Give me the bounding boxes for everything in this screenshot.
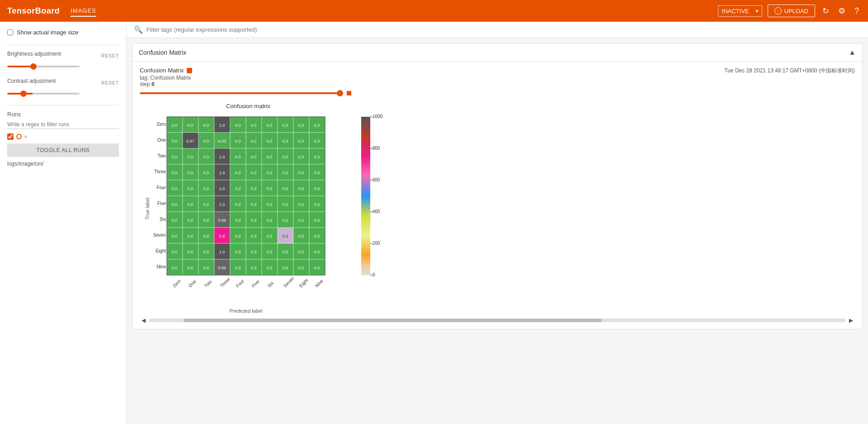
runs-filter-input[interactable] [7, 120, 119, 129]
confusion-matrix-card: Confusion Matrix ▲ Confusion Matrix tag:… [132, 43, 863, 329]
svg-text:0.0: 0.0 [267, 218, 273, 223]
svg-text:0.0: 0.0 [172, 171, 178, 175]
svg-text:0.0: 0.0 [298, 266, 304, 270]
card-header: Confusion Matrix ▲ [132, 44, 862, 62]
filter-tags-input[interactable] [146, 26, 861, 33]
upload-label: UPLOAD [784, 8, 808, 14]
svg-text:0.99: 0.99 [218, 266, 226, 270]
sidebar: Show actual image size Brightness adjust… [0, 22, 127, 424]
svg-text:1.0: 1.0 [219, 171, 225, 175]
svg-text:0.03: 0.03 [218, 139, 226, 143]
run-path-label: logs/image/cm/ [7, 161, 119, 167]
svg-text:Eight: Eight [298, 277, 309, 288]
scrollbar-thumb[interactable] [184, 319, 602, 322]
svg-text:Six: Six [160, 217, 166, 222]
svg-text:Two: Two [158, 153, 166, 158]
svg-text:0.0: 0.0 [298, 202, 304, 207]
nav-right: INACTIVE ACTIVE ▼ ↑ UPLOAD ↻ ⚙ ? [718, 4, 861, 18]
contrast-slider[interactable] [7, 93, 80, 95]
svg-text:0.0: 0.0 [267, 202, 273, 207]
svg-text:600: 600 [373, 177, 380, 182]
svg-text:0.0: 0.0 [283, 171, 288, 175]
toggle-all-runs-button[interactable]: TOGGLE ALL RUNS [7, 143, 119, 157]
svg-rect-224 [361, 117, 370, 275]
contrast-reset-btn[interactable]: RESET [101, 80, 119, 86]
collapse-card-button[interactable]: ▲ [849, 48, 856, 57]
scroll-right-button[interactable]: ▶ [847, 317, 855, 324]
svg-text:0.0: 0.0 [267, 250, 273, 254]
settings-button[interactable]: ⚙ [836, 4, 847, 18]
svg-text:0.2: 0.2 [283, 234, 288, 238]
svg-text:0.0: 0.0 [188, 202, 193, 207]
svg-text:0.0: 0.0 [267, 139, 273, 143]
contrast-slider-container [7, 90, 119, 96]
svg-text:0.0: 0.0 [172, 218, 178, 223]
svg-text:0.0: 0.0 [298, 139, 304, 143]
divider-2 [7, 105, 119, 105]
status-select[interactable]: INACTIVE ACTIVE [718, 5, 762, 17]
search-icon: 🔍 [134, 25, 143, 34]
svg-text:0.0: 0.0 [283, 250, 288, 254]
show-actual-size-text: Show actual image size [17, 29, 79, 36]
refresh-button[interactable]: ↻ [821, 4, 831, 18]
svg-text:0.0: 0.0 [235, 202, 241, 207]
svg-text:1.0: 1.0 [219, 250, 225, 254]
svg-text:0.0: 0.0 [172, 234, 178, 238]
svg-text:1.0: 1.0 [219, 123, 225, 128]
svg-text:0.0: 0.0 [235, 186, 241, 191]
svg-text:1.0: 1.0 [219, 202, 225, 207]
scroll-left-button[interactable]: ◀ [140, 317, 147, 324]
tag-label: tag: Confusion Matrix [140, 75, 192, 81]
upload-button[interactable]: ↑ UPLOAD [768, 5, 815, 17]
svg-text:0.0: 0.0 [314, 171, 320, 175]
brightness-slider[interactable] [7, 66, 80, 67]
scrollbar-track[interactable] [149, 319, 845, 322]
svg-text:0.0: 0.0 [283, 123, 288, 128]
svg-text:0.0: 0.0 [188, 218, 193, 223]
svg-text:0.0: 0.0 [251, 202, 257, 207]
svg-text:0.0: 0.0 [251, 266, 257, 270]
svg-text:0.0: 0.0 [251, 186, 257, 191]
svg-text:0.0: 0.0 [172, 202, 178, 207]
orange-color-dot [187, 68, 192, 73]
svg-text:0.0: 0.0 [172, 186, 178, 191]
svg-text:0.0: 0.0 [314, 218, 320, 223]
svg-text:1.0: 1.0 [219, 186, 225, 191]
svg-text:0.0: 0.0 [251, 139, 257, 143]
svg-text:0: 0 [373, 272, 375, 277]
svg-text:0.0: 0.0 [251, 218, 257, 223]
svg-text:0.0: 0.0 [298, 218, 304, 223]
svg-text:0.0: 0.0 [235, 234, 241, 238]
show-actual-size-checkbox[interactable] [7, 29, 13, 35]
images-tab[interactable]: IMAGES [71, 5, 96, 17]
svg-text:0.0: 0.0 [251, 234, 257, 238]
svg-text:0.0: 0.0 [203, 202, 209, 207]
svg-text:0.0: 0.0 [314, 139, 320, 143]
matrix-wrapper: Confusion matrix True label Zero One Two… [140, 100, 855, 317]
svg-text:0.0: 0.0 [172, 266, 178, 270]
help-button[interactable]: ? [853, 5, 861, 18]
show-actual-size-label[interactable]: Show actual image size [7, 29, 119, 36]
svg-text:0.0: 0.0 [251, 155, 257, 159]
svg-text:0.0: 0.0 [172, 123, 178, 128]
svg-text:0.97: 0.97 [186, 139, 194, 143]
step-text: step 8 [140, 81, 155, 87]
step-slider[interactable] [140, 92, 343, 94]
image-meta: Confusion Matrix tag: Confusion Matrix s… [140, 67, 192, 87]
run-checkbox-1[interactable] [7, 133, 14, 140]
runs-section: Runs TOGGLE ALL RUNS logs/image/cm/ [7, 111, 119, 167]
svg-text:800: 800 [373, 146, 380, 151]
svg-text:0.0: 0.0 [251, 171, 257, 175]
svg-text:One: One [157, 138, 166, 143]
filter-bar: 🔍 [127, 22, 868, 38]
image-title: Confusion Matrix [140, 67, 184, 74]
svg-text:0.0: 0.0 [172, 250, 178, 254]
svg-text:0.0: 0.0 [203, 123, 209, 128]
brand-logo: TensorBoard [7, 6, 60, 16]
contrast-section: Contrast adjustment RESET [7, 78, 119, 96]
brightness-reset-btn[interactable]: RESET [101, 53, 119, 58]
svg-text:Three: Three [154, 169, 166, 174]
svg-text:0.0: 0.0 [188, 266, 193, 270]
svg-text:0.0: 0.0 [267, 171, 273, 175]
svg-text:0.0: 0.0 [298, 234, 304, 238]
